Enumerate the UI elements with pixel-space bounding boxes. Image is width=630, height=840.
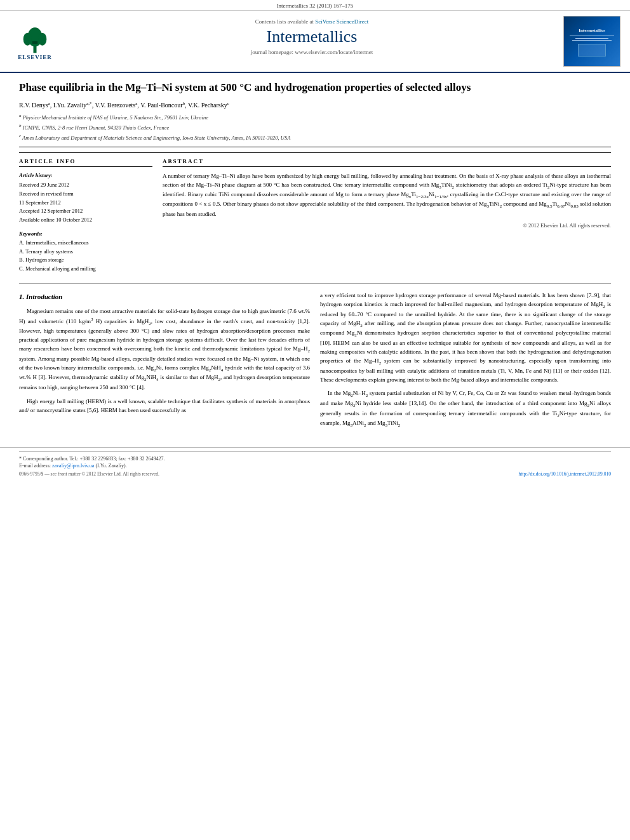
page-wrapper: Intermetallics 32 (2013) 167–175 ELSEVIE… (0, 0, 630, 840)
intro-paragraph-2: High energy ball milling (HEBM) is a wel… (19, 397, 310, 415)
footer-bottom: 0966-9795/$ — see front matter © 2012 El… (19, 471, 611, 477)
received-date: Received 29 June 2012 (19, 181, 152, 189)
elsevier-tree-icon (16, 22, 54, 54)
divider-rule (19, 147, 611, 147)
right-paragraph-2: In the Mg2Ni–H2 system partial substitut… (320, 389, 611, 429)
header-left: ELSEVIER (6, 16, 64, 67)
article-title: Phase equilibria in the Mg–Ti–Ni system … (19, 81, 611, 95)
email-link[interactable]: zavaliy@ipm.lviv.ua (52, 463, 94, 469)
svg-point-3 (38, 33, 46, 46)
right-paragraph-1: a very efficient tool to improve hydroge… (320, 291, 611, 384)
authors-line: R.V. Denysa, I.Yu. Zavaliya,*, V.V. Bere… (19, 101, 611, 109)
issn-line: 0966-9795/$ — see front matter © 2012 El… (19, 471, 159, 477)
journal-title-header: Intermetallics (70, 27, 554, 46)
affil-b: b ICMPE, CNRS, 2-8 rue Henri Dunant, 943… (19, 123, 611, 132)
two-col-section: ARTICLE INFO Article history: Received 2… (19, 152, 611, 273)
intro-paragraph-1: Magnesium remains one of the most attrac… (19, 307, 310, 392)
keyword-4: C. Mechanical alloying and milling (19, 265, 152, 274)
footer-rule (19, 451, 611, 452)
header-right: Intermetallics (560, 16, 624, 67)
revised-date: 11 September 2012 (19, 199, 152, 207)
article-history-label: Article history: (19, 172, 152, 178)
affiliations: a Physico-Mechanical Institute of NAS of… (19, 112, 611, 142)
doi-link[interactable]: http://dx.doi.org/10.1016/j.intermet.201… (519, 471, 611, 477)
sciverse-link[interactable]: SciVerse ScienceDirect (315, 18, 368, 25)
journal-cover-box: Intermetallics (563, 16, 620, 67)
journal-cover-title: Intermetallics (577, 27, 607, 34)
journal-homepage: journal homepage: www.elsevier.com/locat… (70, 49, 554, 55)
keyword-1: A. Intermetallics, miscellaneous (19, 239, 152, 248)
keywords-label: Keywords: (19, 230, 152, 237)
abstract-header: ABSTRACT (163, 158, 611, 167)
revised-label: Received in revised form (19, 190, 152, 198)
header-center: Contents lists available at SciVerse Sci… (70, 16, 554, 67)
svg-point-2 (23, 33, 32, 46)
journal-top-bar: Intermetallics 32 (2013) 167–175 (0, 0, 630, 11)
keyword-3: B. Hydrogen storage (19, 256, 152, 265)
keyword-2: A. Ternary alloy systems (19, 248, 152, 257)
sciverse-line: Contents lists available at SciVerse Sci… (70, 18, 554, 25)
affil-a: a Physico-Mechanical Institute of NAS of… (19, 112, 611, 122)
body-col-left: 1. Introduction Magnesium remains one of… (19, 291, 310, 434)
footer-section: * Corresponding author. Tel.: +380 32 22… (0, 447, 630, 481)
article-area: Phase equilibria in the Mg–Ti–Ni system … (0, 73, 630, 442)
affil-c: c Ames Laboratory and Department of Mate… (19, 133, 611, 142)
article-info-header: ARTICLE INFO (19, 158, 152, 167)
footnote-email: E-mail address: zavaliy@ipm.lviv.ua (I.Y… (19, 463, 611, 469)
keywords-section: Keywords: A. Intermetallics, miscellaneo… (19, 230, 152, 273)
intro-section-title: 1. Introduction (19, 291, 310, 302)
accepted-date: Accepted 12 September 2012 (19, 207, 152, 215)
copyright-line: © 2012 Elsevier Ltd. All rights reserved… (163, 222, 611, 229)
main-body: 1. Introduction Magnesium remains one of… (19, 283, 611, 434)
article-info-col: ARTICLE INFO Article history: Received 2… (19, 158, 152, 273)
journal-citation: Intermetallics 32 (2013) 167–175 (277, 3, 354, 9)
elsevier-logo: ELSEVIER (16, 22, 54, 60)
abstract-text: A number of ternary Mg–Ti–Ni alloys have… (163, 172, 611, 218)
footnote-corresponding: * Corresponding author. Tel.: +380 32 22… (19, 456, 611, 462)
available-date: Available online 10 October 2012 (19, 216, 152, 224)
two-col-body: 1. Introduction Magnesium remains one of… (19, 284, 611, 434)
header-section: ELSEVIER Contents lists available at Sci… (0, 11, 630, 73)
svg-rect-4 (32, 41, 37, 44)
body-col-right: a very efficient tool to improve hydroge… (320, 291, 611, 434)
abstract-col: ABSTRACT A number of ternary Mg–Ti–Ni al… (163, 158, 611, 273)
elsevier-wordmark: ELSEVIER (18, 54, 52, 60)
